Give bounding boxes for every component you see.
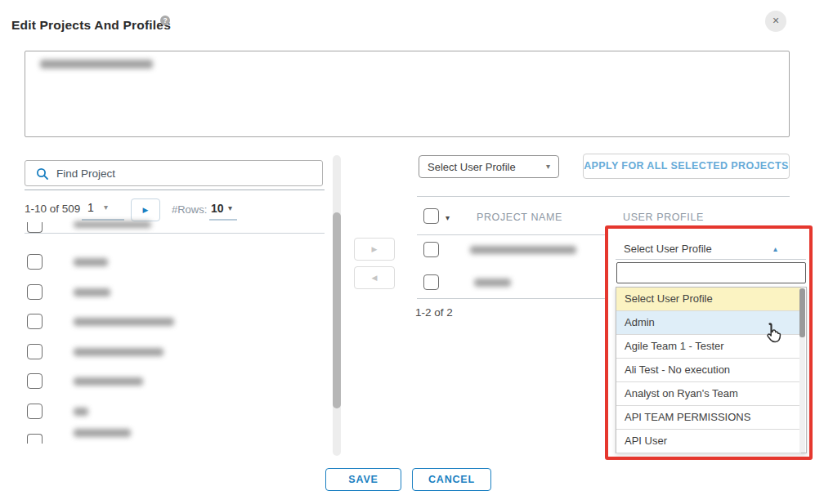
chevron-down-icon: ▾ (546, 162, 550, 171)
dropdown-filter-box[interactable] (616, 262, 806, 283)
chevron-down-icon[interactable]: ▾ (446, 213, 450, 222)
left-pagination-range: 1-10 of 509 (25, 203, 80, 215)
rows-select-underline (209, 219, 237, 221)
option-ali-test-no-execution[interactable]: Ali Test - No execution (616, 359, 801, 382)
project-checkbox[interactable] (27, 404, 43, 419)
project-checkbox[interactable] (27, 434, 43, 444)
redacted-project-name (474, 279, 511, 287)
bulk-profile-select-value: Select User Profile (428, 161, 516, 173)
chevron-down-icon[interactable]: ▾ (104, 203, 108, 212)
search-icon (36, 167, 49, 181)
help-icon[interactable]: ? (160, 16, 170, 25)
bulk-profile-select[interactable]: Select User Profile ▾ (419, 155, 559, 178)
project-checkbox[interactable] (27, 254, 43, 270)
page-select-underline (82, 219, 124, 221)
project-checkbox[interactable] (27, 284, 43, 300)
find-project-searchbox[interactable] (25, 160, 323, 186)
close-icon[interactable]: × (765, 11, 786, 32)
select-all-checkbox[interactable] (423, 208, 439, 224)
project-checkbox[interactable] (27, 222, 43, 233)
row-checkbox[interactable] (423, 242, 439, 257)
move-left-button[interactable]: ◀ (354, 266, 395, 289)
option-select-user-profile[interactable]: Select User Profile (616, 288, 801, 311)
edit-projects-dialog: Edit Projects And Profiles ? × 1-10 of 5… (0, 0, 815, 504)
divider (417, 298, 605, 299)
divider (25, 233, 325, 234)
redacted-project-name (74, 348, 163, 356)
option-agile-team-1-tester[interactable]: Agile Team 1 - Tester (616, 335, 801, 359)
redacted-project-name (74, 288, 110, 297)
table-pagination-range: 1-2 of 2 (415, 306, 453, 319)
rows-select-value[interactable]: 10 (211, 202, 224, 215)
redacted-project-name (74, 429, 131, 437)
redacted-project-name (74, 258, 108, 266)
search-input[interactable] (56, 162, 314, 185)
chevron-up-icon[interactable]: ▴ (773, 244, 777, 253)
dropdown-filter-input[interactable] (620, 264, 800, 281)
scrollbar[interactable] (333, 155, 341, 456)
divider (417, 196, 790, 197)
redacted-project-name (470, 246, 576, 254)
next-page-button[interactable]: ▶ (131, 198, 160, 221)
project-checkbox[interactable] (27, 373, 43, 389)
redacted-email (40, 60, 153, 69)
option-api-team-permissions[interactable]: API TEAM PERMISSIONS (616, 406, 801, 430)
apply-all-button[interactable]: APPLY FOR ALL SELECTED PROJECTS (583, 154, 790, 179)
column-header-project-name: PROJECT NAME (477, 212, 562, 223)
dropdown-scrollbar[interactable] (799, 288, 805, 453)
move-right-button[interactable]: ▶ (354, 238, 395, 261)
rows-label: #Rows: (172, 203, 207, 216)
option-api-user[interactable]: API User (616, 430, 801, 453)
dropdown-scrollbar-thumb[interactable] (799, 288, 805, 337)
cancel-button[interactable]: CANCEL (412, 468, 491, 491)
redacted-project-name (74, 318, 174, 326)
chevron-down-icon[interactable]: ▾ (228, 203, 232, 212)
profile-options-list: Select User Profile Admin Agile Team 1 -… (616, 287, 807, 453)
save-button[interactable]: SAVE (325, 468, 401, 491)
redacted-project-name (74, 377, 143, 386)
page-title: Edit Projects And Profiles (11, 18, 171, 33)
divider (25, 190, 325, 190)
column-header-user-profile: USER PROFILE (623, 212, 704, 223)
option-analyst-on-ryans-team[interactable]: Analyst on Ryan's Team (616, 382, 801, 406)
row-profile-select-value[interactable]: Select User Profile (624, 243, 712, 255)
project-checkbox[interactable] (27, 314, 43, 329)
recipients-textarea[interactable] (25, 51, 790, 137)
divider (616, 259, 806, 260)
redacted-project-name (74, 408, 88, 416)
redacted-project-name (74, 221, 151, 228)
scrollbar-thumb[interactable] (333, 212, 341, 408)
page-select-value[interactable]: 1 (87, 201, 94, 214)
project-checkbox[interactable] (27, 344, 43, 359)
option-admin[interactable]: Admin (616, 311, 801, 335)
row-checkbox[interactable] (423, 274, 439, 290)
